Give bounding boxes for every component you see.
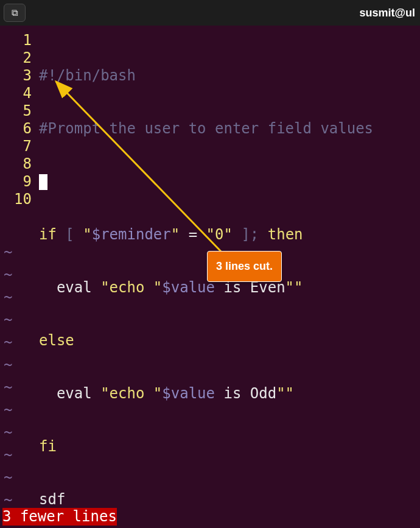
line-number-gutter: 1 2 3 4 5 6 7 8 9 10 xyxy=(0,32,34,208)
vim-status-line: 3 fewer lines xyxy=(2,508,117,526)
prompt-comment: #Prompt the user to enter field values xyxy=(39,120,373,137)
line-number: 3 xyxy=(0,67,34,85)
empty-line-tildes: ~~~~~~~~~~~~~ xyxy=(4,244,12,528)
tilde-line: ~ xyxy=(4,424,12,446)
new-tab-button[interactable]: ⧉ xyxy=(4,4,26,22)
keyword-fi: fi xyxy=(39,438,57,455)
shebang-comment: #!/bin/bash xyxy=(39,67,136,84)
line-number: 7 xyxy=(0,138,34,155)
tilde-line: ~ xyxy=(4,379,12,401)
tilde-line: ~ xyxy=(4,334,12,356)
code-line-8: fi xyxy=(39,438,420,456)
tilde-line: ~ xyxy=(4,311,12,334)
line-number: 8 xyxy=(0,155,34,173)
line-number: 9 xyxy=(0,173,34,191)
tilde-line: ~ xyxy=(4,266,12,289)
keyword-if: if xyxy=(39,226,57,243)
line-number: 4 xyxy=(0,85,34,102)
annotation-callout: 3 lines cut. xyxy=(207,251,282,282)
window-title: susmit@ul xyxy=(359,7,416,19)
code-line-2: #Prompt the user to enter field values xyxy=(39,120,420,138)
tilde-line: ~ xyxy=(4,401,12,424)
code-line-4: if [ "$reminder" = "0" ]; then xyxy=(39,226,420,244)
line-number: 2 xyxy=(0,49,34,67)
code-line-6: else xyxy=(39,332,420,350)
window-titlebar: ⧉ susmit@ul xyxy=(0,0,420,26)
line-number: 1 xyxy=(0,32,34,49)
tilde-line: ~ xyxy=(4,446,12,469)
line-number: 10 xyxy=(0,191,34,208)
tilde-line: ~ xyxy=(4,289,12,311)
callout-label: 3 lines cut. xyxy=(216,260,273,272)
keyword-then: then xyxy=(259,226,303,243)
line-number: 5 xyxy=(0,102,34,120)
code-line-7: eval "echo "$value is Odd"" xyxy=(39,385,420,403)
code-line-9: sdf xyxy=(39,491,420,509)
terminal-viewport[interactable]: 1 2 3 4 5 6 7 8 9 10 #!/bin/bash #Prompt… xyxy=(0,26,420,528)
tilde-line: ~ xyxy=(4,356,12,379)
new-tab-icon: ⧉ xyxy=(12,7,18,18)
tilde-line: ~ xyxy=(4,244,12,266)
keyword-else: else xyxy=(39,332,74,349)
code-line-3 xyxy=(39,173,420,191)
line-number: 6 xyxy=(0,120,34,138)
code-line-1: #!/bin/bash xyxy=(39,67,420,85)
tilde-line: ~ xyxy=(4,469,12,491)
text-cursor xyxy=(39,174,47,190)
